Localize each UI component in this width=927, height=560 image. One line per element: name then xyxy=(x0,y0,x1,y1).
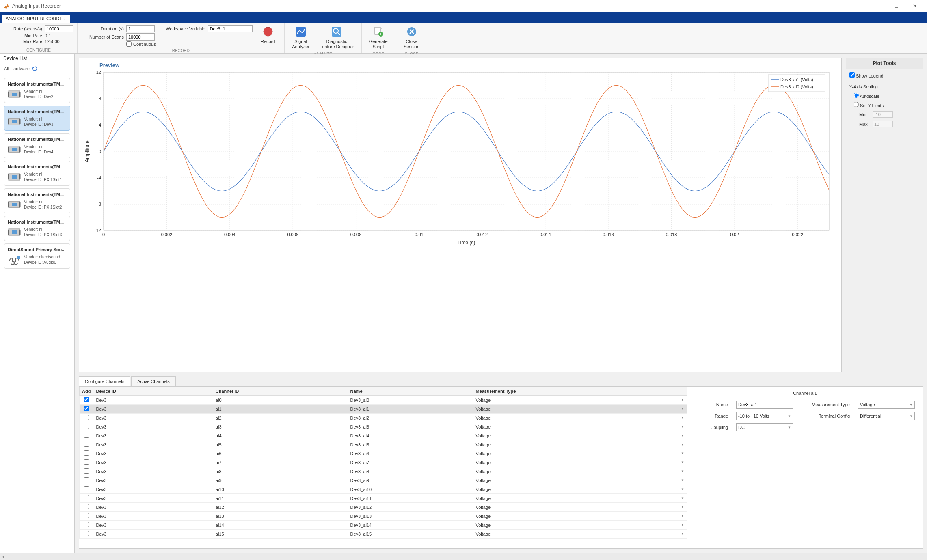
svg-rect-21 xyxy=(12,175,17,179)
device-list[interactable]: National Instruments(TM...Vendor: niDevi… xyxy=(0,74,74,553)
min-rate-value: 0.1 xyxy=(45,33,69,38)
cell-mtype[interactable]: Voltage▼ xyxy=(473,476,687,485)
cell-name: Dev3_ai0 xyxy=(348,396,473,405)
minimize-button[interactable]: ─ xyxy=(869,0,887,12)
add-channel-checkbox[interactable] xyxy=(84,415,89,420)
add-channel-checkbox[interactable] xyxy=(84,459,89,465)
autoscale-radio[interactable] xyxy=(854,93,859,98)
table-row[interactable]: Dev3ai10Dev3_ai10Voltage▼ xyxy=(80,485,687,494)
device-card[interactable]: National Instruments(TM...Vendor: niDevi… xyxy=(4,133,70,158)
cell-name: Dev3_ai9 xyxy=(348,476,473,485)
cp-range-select[interactable]: -10 to +10 Volts▼ xyxy=(736,412,793,420)
table-row[interactable]: Dev3ai9Dev3_ai9Voltage▼ xyxy=(80,476,687,485)
cell-mtype[interactable]: Voltage▼ xyxy=(473,422,687,431)
table-row[interactable]: Dev3ai2Dev3_ai2Voltage▼ xyxy=(80,414,687,422)
wsvar-input[interactable] xyxy=(208,25,253,32)
table-row[interactable]: Dev3ai5Dev3_ai5Voltage▼ xyxy=(80,440,687,449)
ymax-input[interactable] xyxy=(873,121,893,127)
ribbon-group-record-label: RECORD xyxy=(82,48,280,53)
channel-table[interactable]: Add Device ID Channel ID Name Measuremen… xyxy=(79,387,687,548)
min-label: Min xyxy=(859,112,871,117)
cell-mtype[interactable]: Voltage▼ xyxy=(473,431,687,440)
refresh-icon[interactable] xyxy=(32,66,38,71)
show-legend-checkbox[interactable] xyxy=(849,72,855,78)
record-button[interactable]: Record xyxy=(256,24,280,46)
add-channel-checkbox[interactable] xyxy=(84,477,89,482)
generate-script-button[interactable]: Generate Script xyxy=(366,24,391,51)
cell-mtype[interactable]: Voltage▼ xyxy=(473,485,687,494)
add-channel-checkbox[interactable] xyxy=(84,531,89,536)
device-card[interactable]: National Instruments(TM...Vendor: niDevi… xyxy=(4,216,70,241)
col-name: Name xyxy=(348,387,473,396)
dropdown-icon: ▼ xyxy=(681,416,684,420)
add-channel-checkbox[interactable] xyxy=(84,450,89,456)
duration-input[interactable] xyxy=(126,25,155,32)
add-channel-checkbox[interactable] xyxy=(84,433,89,438)
cell-mtype[interactable]: Voltage▼ xyxy=(473,396,687,405)
table-row[interactable]: Dev3ai1Dev3_ai1Voltage▼ xyxy=(80,405,687,414)
table-row[interactable]: Dev3ai0Dev3_ai0Voltage▼ xyxy=(80,396,687,405)
add-channel-checkbox[interactable] xyxy=(84,522,89,527)
tab-analog-input-recorder[interactable]: ANALOG INPUT RECORDER xyxy=(2,15,70,23)
table-row[interactable]: Dev3ai8Dev3_ai8Voltage▼ xyxy=(80,467,687,476)
all-hardware-row[interactable]: All Hardware xyxy=(0,63,74,74)
add-channel-checkbox[interactable] xyxy=(84,397,89,402)
close-window-button[interactable]: ✕ xyxy=(905,0,924,12)
cell-channel: ai10 xyxy=(213,485,348,494)
add-channel-checkbox[interactable] xyxy=(84,504,89,509)
device-card[interactable]: National Instruments(TM...Vendor: niDevi… xyxy=(4,78,70,103)
table-row[interactable]: Dev3ai15Dev3_ai15Voltage▼ xyxy=(80,530,687,538)
table-row[interactable]: Dev3ai11Dev3_ai11Voltage▼ xyxy=(80,494,687,503)
tab-active-channels[interactable]: Active Channels xyxy=(131,376,176,386)
add-channel-checkbox[interactable] xyxy=(84,406,89,411)
cell-mtype[interactable]: Voltage▼ xyxy=(473,503,687,512)
ymin-input[interactable] xyxy=(873,111,893,118)
cell-mtype[interactable]: Voltage▼ xyxy=(473,414,687,422)
device-card[interactable]: DirectSound Primary Sou...Vendor: direct… xyxy=(4,243,70,269)
add-channel-checkbox[interactable] xyxy=(84,513,89,518)
close-session-button[interactable]: Close Session xyxy=(400,24,424,51)
cell-mtype[interactable]: Voltage▼ xyxy=(473,521,687,530)
continuous-checkbox[interactable] xyxy=(126,41,132,47)
cp-name-input[interactable] xyxy=(736,401,793,409)
table-row[interactable]: Dev3ai3Dev3_ai3Voltage▼ xyxy=(80,422,687,431)
device-title: National Instruments(TM... xyxy=(8,192,67,197)
cp-mtype-select[interactable]: Voltage▼ xyxy=(858,401,915,409)
signal-analyzer-button[interactable]: Signal Analyzer xyxy=(289,24,313,51)
table-row[interactable]: Dev3ai6Dev3_ai6Voltage▼ xyxy=(80,449,687,458)
rate-input[interactable] xyxy=(45,25,73,32)
device-card[interactable]: National Instruments(TM...Vendor: niDevi… xyxy=(4,188,70,213)
generate-script-icon xyxy=(373,26,384,37)
table-row[interactable]: Dev3ai13Dev3_ai13Voltage▼ xyxy=(80,512,687,521)
cell-mtype[interactable]: Voltage▼ xyxy=(473,494,687,503)
cp-coupling-select[interactable]: DC▼ xyxy=(736,423,793,431)
table-row[interactable]: Dev3ai7Dev3_ai7Voltage▼ xyxy=(80,458,687,467)
svg-text:Time (s): Time (s) xyxy=(458,240,475,246)
cell-mtype[interactable]: Voltage▼ xyxy=(473,440,687,449)
tab-configure-channels[interactable]: Configure Channels xyxy=(79,376,130,386)
add-channel-checkbox[interactable] xyxy=(84,468,89,474)
cell-mtype[interactable]: Voltage▼ xyxy=(473,449,687,458)
cp-mtype-label: Measurement Type xyxy=(801,402,850,407)
add-channel-checkbox[interactable] xyxy=(84,442,89,447)
table-row[interactable]: Dev3ai4Dev3_ai4Voltage▼ xyxy=(80,431,687,440)
plot-tools-header: Plot Tools xyxy=(846,58,923,69)
cp-term-select[interactable]: Differential▼ xyxy=(858,412,915,420)
cell-mtype[interactable]: Voltage▼ xyxy=(473,405,687,414)
cell-mtype[interactable]: Voltage▼ xyxy=(473,512,687,521)
cell-mtype[interactable]: Voltage▼ xyxy=(473,458,687,467)
add-channel-checkbox[interactable] xyxy=(84,486,89,491)
device-card[interactable]: National Instruments(TM...Vendor: niDevi… xyxy=(4,106,70,131)
cell-mtype[interactable]: Voltage▼ xyxy=(473,530,687,538)
numscans-input[interactable] xyxy=(126,33,155,41)
diag-feature-designer-button[interactable]: Diagnostic Feature Designer xyxy=(316,24,357,51)
cell-name: Dev3_ai5 xyxy=(348,440,473,449)
cell-mtype[interactable]: Voltage▼ xyxy=(473,467,687,476)
table-row[interactable]: Dev3ai14Dev3_ai14Voltage▼ xyxy=(80,521,687,530)
add-channel-checkbox[interactable] xyxy=(84,424,89,429)
device-card[interactable]: National Instruments(TM...Vendor: niDevi… xyxy=(4,161,70,186)
add-channel-checkbox[interactable] xyxy=(84,495,89,500)
maximize-button[interactable]: ☐ xyxy=(887,0,905,12)
set-ylimits-radio[interactable] xyxy=(854,102,859,107)
table-row[interactable]: Dev3ai12Dev3_ai12Voltage▼ xyxy=(80,503,687,512)
